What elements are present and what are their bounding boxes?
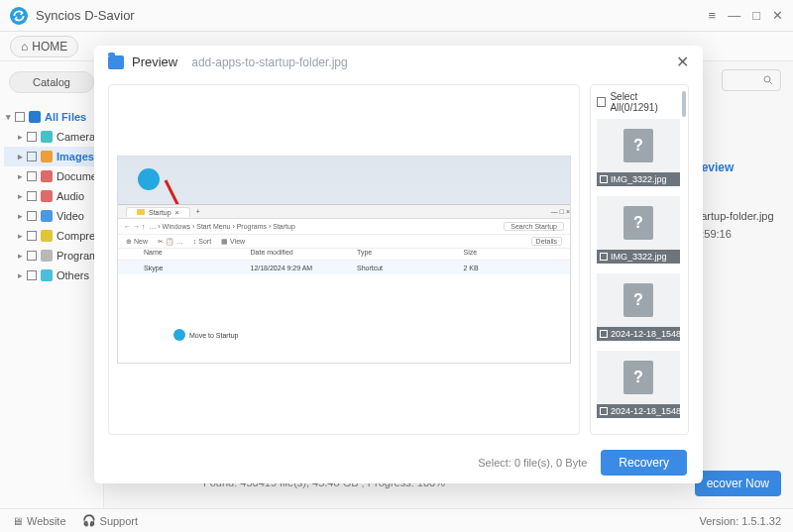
thumbnail[interactable]: ?2024-12-18_1548… [597, 273, 680, 341]
col-type: Type [357, 249, 464, 260]
thumbnail-list[interactable]: Select All(0/1291) ?IMG_3322.jpg?IMG_332… [590, 84, 689, 435]
move-label: Move to Startup [173, 329, 238, 341]
col-name: Name [144, 249, 251, 260]
modal-header: Preview add-apps-to-startup-folder.jpg ✕ [94, 46, 703, 78]
thumbnail[interactable]: ?2024-12-18_1548… [597, 351, 680, 418]
explorer-search: Search Startup [504, 222, 564, 231]
preview-modal: Preview add-apps-to-startup-folder.jpg ✕… [94, 46, 703, 483]
scrollbar[interactable] [682, 91, 686, 117]
thumbnail[interactable]: ?IMG_3322.jpg [597, 196, 680, 264]
select-all-label: Select All(0/1291) [610, 91, 682, 113]
image-placeholder-icon: ? [623, 361, 653, 394]
selection-status: Select: 0 file(s), 0 Byte [478, 457, 587, 469]
image-placeholder-icon: ? [623, 206, 653, 240]
modal-close-button[interactable]: ✕ [676, 53, 689, 71]
app-icon-in-image [138, 168, 160, 190]
folder-icon [137, 209, 145, 215]
explorer-tab: Startup [149, 209, 171, 216]
image-placeholder-icon: ? [623, 129, 653, 162]
recovery-button[interactable]: Recovery [601, 450, 687, 476]
thumb-label: 2024-12-18_1548… [611, 406, 680, 416]
breadcrumb: … › Windows › Start Menu › Programs › St… [149, 223, 294, 230]
checkbox[interactable] [600, 175, 608, 183]
modal-footer: Select: 0 file(s), 0 Byte Recovery [94, 441, 703, 483]
file-row: Skype 12/18/2024 9:29 AM Shortcut 2 KB [118, 261, 570, 274]
thumb-label: 2024-12-18_1548… [611, 329, 680, 339]
preview-pane: Startup×+— □ × ← → ↑ … › Windows › Start… [108, 84, 580, 435]
thumbnail[interactable]: ?IMG_3322.jpg [597, 119, 680, 186]
checkbox[interactable] [597, 97, 606, 107]
select-all[interactable]: Select All(0/1291) [597, 91, 682, 113]
folder-icon [108, 55, 124, 69]
thumb-label: IMG_3322.jpg [611, 174, 667, 184]
col-size: Size [464, 249, 571, 260]
modal-title: Preview [132, 54, 177, 69]
preview-image: Startup×+— □ × ← → ↑ … › Windows › Start… [117, 156, 571, 364]
checkbox[interactable] [600, 330, 608, 338]
image-placeholder-icon: ? [623, 283, 653, 317]
checkbox[interactable] [600, 407, 608, 415]
modal-filename: add-apps-to-startup-folder.jpg [191, 55, 347, 69]
checkbox[interactable] [600, 253, 608, 261]
thumb-label: IMG_3322.jpg [611, 252, 667, 262]
col-date: Date modified [251, 249, 358, 260]
